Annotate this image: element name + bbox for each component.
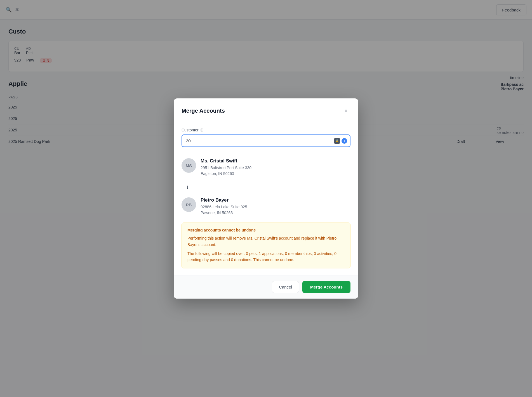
modal-title: Merge Accounts	[182, 108, 225, 114]
warning-text-1: Performing this action will remove Ms. C…	[187, 235, 345, 248]
modal-footer: Cancel Merge Accounts	[174, 275, 358, 299]
customer-id-input[interactable]	[182, 134, 350, 147]
merge-accounts-button[interactable]: Merge Accounts	[302, 281, 350, 293]
warning-box: Merging accounts cannot be undone Perfor…	[182, 223, 350, 268]
target-person-address: 92886 Lela Lake Suite 925 Pawnee, IN 502…	[201, 204, 247, 216]
warning-title: Merging accounts cannot be undone	[187, 228, 345, 232]
warning-text-2: The following will be copied over: 0 pet…	[187, 251, 345, 263]
source-person-avatar: MS	[182, 158, 196, 173]
modal-body: Customer ID 🔒 i MS Ms. Cristal Swift 295…	[174, 121, 358, 275]
source-person-card: MS Ms. Cristal Swift 2951 Balistreri Por…	[182, 154, 350, 181]
source-person-info: Ms. Cristal Swift 2951 Balistreri Port S…	[201, 158, 251, 177]
modal-overlay: Merge Accounts × Customer ID 🔒 i MS Ms. …	[0, 0, 532, 397]
customer-id-label: Customer ID	[182, 128, 350, 132]
cancel-button[interactable]: Cancel	[272, 281, 299, 293]
lock-icon: 🔒	[334, 138, 340, 144]
input-icons: 🔒 i	[334, 138, 347, 144]
modal-header: Merge Accounts ×	[174, 98, 358, 121]
target-person-info: Pietro Bayer 92886 Lela Lake Suite 925 P…	[201, 197, 247, 216]
target-person-name: Pietro Bayer	[201, 197, 247, 203]
merge-accounts-modal: Merge Accounts × Customer ID 🔒 i MS Ms. …	[174, 98, 358, 299]
target-person-avatar: PB	[182, 197, 196, 212]
info-icon: i	[342, 138, 347, 144]
modal-close-button[interactable]: ×	[342, 106, 350, 115]
source-person-name: Ms. Cristal Swift	[201, 158, 251, 164]
source-person-address: 2951 Balistreri Port Suite 330 Eagleton,…	[201, 165, 251, 177]
customer-id-input-wrapper: 🔒 i	[182, 134, 350, 147]
merge-direction-arrow: ↓	[182, 181, 350, 193]
target-person-card: PB Pietro Bayer 92886 Lela Lake Suite 92…	[182, 193, 350, 220]
